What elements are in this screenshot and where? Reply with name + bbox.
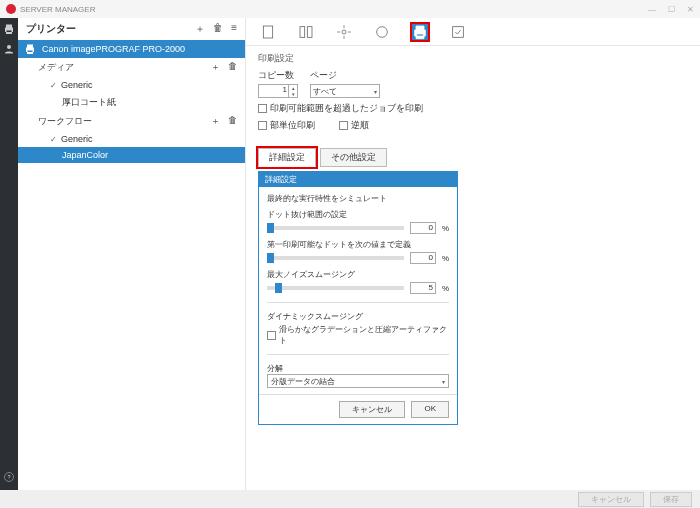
slider3[interactable] bbox=[267, 286, 404, 290]
app-title: SERVER MANAGER bbox=[20, 5, 95, 14]
slider-thumb-icon[interactable] bbox=[275, 283, 282, 293]
tb-target-icon[interactable] bbox=[334, 22, 354, 42]
footer-save-button[interactable]: 保存 bbox=[650, 492, 692, 507]
window-controls: — ☐ ✕ bbox=[648, 5, 694, 14]
add-media-icon[interactable]: ＋ bbox=[211, 61, 220, 74]
tb-color-icon[interactable] bbox=[372, 22, 392, 42]
tab-other[interactable]: その他設定 bbox=[320, 148, 387, 167]
copies-input[interactable]: 1▴▾ bbox=[258, 84, 298, 98]
nav-rail: ? bbox=[0, 18, 18, 490]
tb-check-icon[interactable] bbox=[448, 22, 468, 42]
svg-point-7 bbox=[377, 26, 388, 37]
content-area: 印刷設定 コピー数 1▴▾ ページ すべて▾ 印刷可能範囲を超過したジョブを印刷… bbox=[246, 18, 700, 490]
pages-label: ページ bbox=[310, 69, 380, 82]
detail-panel: 詳細設定 最終的な実行特性をシミュレート ドット抜け範囲の設定 0 % 第一印刷… bbox=[258, 171, 458, 425]
svg-text:?: ? bbox=[7, 474, 10, 480]
cb-collate[interactable]: 部単位印刷 bbox=[258, 119, 315, 132]
slider1[interactable] bbox=[267, 226, 404, 230]
pages-select[interactable]: すべて▾ bbox=[310, 84, 380, 98]
media-label: メディア bbox=[38, 61, 74, 74]
cb-reverse[interactable]: 逆順 bbox=[339, 119, 369, 132]
workflow-item-generic[interactable]: Generic bbox=[18, 131, 245, 147]
cb-oversize[interactable]: 印刷可能範囲を超過したジョブを印刷 bbox=[258, 102, 688, 115]
tb-pages-icon[interactable] bbox=[296, 22, 316, 42]
sidebar-header: プリンター ＋ 🗑 ≡ bbox=[18, 18, 245, 40]
slider2[interactable] bbox=[267, 256, 404, 260]
media-item-generic[interactable]: Generic bbox=[18, 77, 245, 93]
panel-cancel-button[interactable]: キャンセル bbox=[339, 401, 405, 418]
svg-point-6 bbox=[342, 30, 346, 34]
slider3-label: 最大ノイズスムージング bbox=[267, 269, 449, 280]
footer: キャンセル 保存 bbox=[0, 490, 700, 508]
cb-dynamic[interactable]: 滑らかなグラデーションと圧縮アーティファクト bbox=[267, 324, 449, 346]
panel-subtitle: 最終的な実行特性をシミュレート bbox=[267, 193, 449, 204]
media-group[interactable]: メディア ＋🗑 bbox=[18, 58, 245, 77]
checkbox-icon bbox=[258, 104, 267, 113]
rail-help-icon[interactable]: ? bbox=[2, 470, 16, 484]
tb-doc-icon[interactable] bbox=[258, 22, 278, 42]
maximize-icon[interactable]: ☐ bbox=[668, 5, 675, 14]
media-item-coat[interactable]: 厚口コート紙 bbox=[18, 93, 245, 112]
resolution-label: 分解 bbox=[267, 363, 449, 374]
svg-point-0 bbox=[7, 45, 11, 49]
svg-rect-3 bbox=[263, 26, 272, 38]
slider2-label: 第一印刷可能なドットを次の値まで定義 bbox=[267, 239, 449, 250]
toolbar bbox=[246, 18, 700, 46]
print-section-title: 印刷設定 bbox=[246, 46, 700, 69]
slider-thumb-icon[interactable] bbox=[267, 223, 274, 233]
svg-rect-4 bbox=[300, 26, 305, 37]
footer-cancel-button[interactable]: キャンセル bbox=[578, 492, 644, 507]
slider3-value[interactable]: 5 bbox=[410, 282, 436, 294]
close-icon[interactable]: ✕ bbox=[687, 5, 694, 14]
workflow-item-japancolor[interactable]: JapanColor bbox=[18, 147, 245, 163]
chevron-down-icon: ▾ bbox=[374, 88, 377, 95]
title-bar: SERVER MANAGER — ☐ ✕ bbox=[0, 0, 700, 18]
printer-name: Canon imagePROGRAF PRO-2000 bbox=[42, 44, 185, 54]
delete-workflow-icon[interactable]: 🗑 bbox=[228, 115, 237, 128]
copies-label: コピー数 bbox=[258, 69, 298, 82]
sidebar-title: プリンター bbox=[26, 22, 76, 36]
slider1-label: ドット抜け範囲の設定 bbox=[267, 209, 449, 220]
tb-print-icon[interactable] bbox=[410, 22, 430, 42]
add-workflow-icon[interactable]: ＋ bbox=[211, 115, 220, 128]
checkbox-icon bbox=[267, 331, 276, 340]
rail-user-icon[interactable] bbox=[2, 42, 16, 56]
slider2-value[interactable]: 0 bbox=[410, 252, 436, 264]
app-logo-icon bbox=[6, 4, 16, 14]
checkbox-icon bbox=[258, 121, 267, 130]
printer-icon bbox=[24, 43, 36, 55]
svg-rect-8 bbox=[453, 26, 464, 37]
panel-header: 詳細設定 bbox=[259, 172, 457, 187]
workflow-label: ワークフロー bbox=[38, 115, 92, 128]
delete-media-icon[interactable]: 🗑 bbox=[228, 61, 237, 74]
print-settings: コピー数 1▴▾ ページ すべて▾ 印刷可能範囲を超過したジョブを印刷 部単位印… bbox=[246, 69, 700, 144]
slider-thumb-icon[interactable] bbox=[267, 253, 274, 263]
sidebar: プリンター ＋ 🗑 ≡ Canon imagePROGRAF PRO-2000 … bbox=[18, 18, 246, 490]
delete-printer-icon[interactable]: 🗑 bbox=[213, 22, 223, 36]
spin-down-icon[interactable]: ▾ bbox=[289, 91, 297, 97]
rail-printer-icon[interactable] bbox=[2, 22, 16, 36]
printer-row[interactable]: Canon imagePROGRAF PRO-2000 bbox=[18, 40, 245, 58]
tab-detail[interactable]: 詳細設定 bbox=[258, 148, 316, 167]
checkbox-icon bbox=[339, 121, 348, 130]
slider1-value[interactable]: 0 bbox=[410, 222, 436, 234]
svg-rect-5 bbox=[307, 26, 312, 37]
tabs: 詳細設定 その他設定 bbox=[246, 148, 700, 167]
minimize-icon[interactable]: — bbox=[648, 5, 656, 14]
sidebar-menu-icon[interactable]: ≡ bbox=[231, 22, 237, 36]
add-printer-icon[interactable]: ＋ bbox=[195, 22, 205, 36]
dynamic-label: ダイナミックスムージング bbox=[267, 311, 449, 322]
panel-ok-button[interactable]: OK bbox=[411, 401, 449, 418]
workflow-group[interactable]: ワークフロー ＋🗑 bbox=[18, 112, 245, 131]
chevron-down-icon: ▾ bbox=[442, 378, 445, 385]
resolution-select[interactable]: 分版データの結合▾ bbox=[267, 374, 449, 388]
